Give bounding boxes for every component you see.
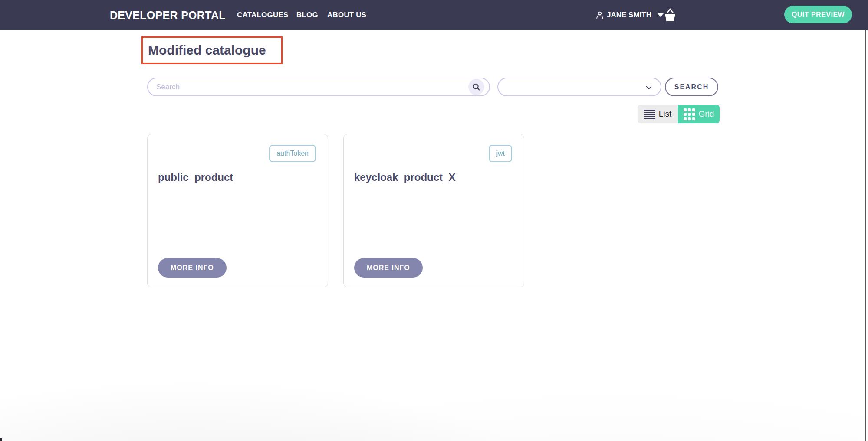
view-toggle-grid-label: Grid — [699, 109, 714, 119]
product-card: jwt keycloak_product_X MORE INFO — [343, 134, 524, 287]
chevron-down-icon — [645, 84, 653, 93]
user-name-label: JANE SMITH — [607, 11, 651, 20]
product-name: public_product — [158, 171, 233, 183]
search-input[interactable] — [147, 78, 490, 96]
brand-logo[interactable]: DEVELOPER PORTAL — [110, 0, 226, 30]
corner-artifact — [0, 438, 2, 441]
window-edge-line — [865, 30, 866, 441]
product-tag-badge: authToken — [269, 145, 316, 162]
nav-link-blog[interactable]: BLOG — [296, 0, 318, 30]
developer-portal-page: DEVELOPER PORTAL CATALOGUES BLOG ABOUT U… — [0, 0, 868, 441]
top-navbar: DEVELOPER PORTAL CATALOGUES BLOG ABOUT U… — [0, 0, 868, 30]
quit-preview-button[interactable]: QUIT PREVIEW — [784, 6, 852, 23]
product-name: keycloak_product_X — [354, 171, 455, 183]
page-title: Modified catalogue — [143, 38, 281, 63]
title-highlight-box: Modified catalogue — [141, 36, 283, 64]
grid-icon — [684, 108, 695, 120]
more-info-button[interactable]: MORE INFO — [158, 258, 227, 278]
person-icon — [595, 10, 605, 20]
nav-link-catalogues[interactable]: CATALOGUES — [237, 0, 288, 30]
product-tag-badge: jwt — [489, 145, 512, 162]
view-toggle-list[interactable]: List — [638, 105, 678, 123]
search-icon[interactable] — [468, 79, 484, 95]
view-toggle-grid[interactable]: Grid — [678, 105, 720, 123]
chevron-down-icon — [658, 13, 664, 17]
basket-icon[interactable] — [663, 8, 677, 24]
list-icon — [644, 109, 655, 119]
user-menu[interactable]: JANE SMITH — [595, 0, 664, 30]
bottom-shading — [0, 311, 868, 441]
more-info-button[interactable]: MORE INFO — [354, 258, 423, 278]
nav-link-about-us[interactable]: ABOUT US — [327, 0, 366, 30]
filter-select[interactable] — [497, 78, 661, 96]
view-toggle: List Grid — [638, 105, 720, 123]
product-card: authToken public_product MORE INFO — [147, 134, 328, 287]
view-toggle-list-label: List — [659, 109, 672, 119]
search-button[interactable]: SEARCH — [665, 78, 718, 96]
